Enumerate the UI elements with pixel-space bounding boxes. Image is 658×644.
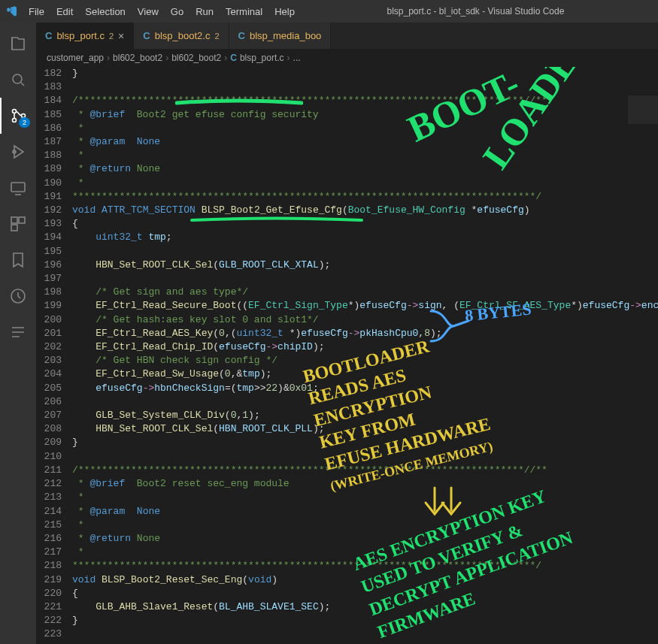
c-file-icon: C xyxy=(230,53,237,63)
activity-bar: 2 xyxy=(0,23,36,644)
search-icon[interactable] xyxy=(0,62,36,98)
close-icon[interactable]: × xyxy=(118,30,124,42)
c-file-icon: C xyxy=(143,30,150,41)
menu-terminal[interactable]: Terminal xyxy=(221,5,267,19)
tab-label: blsp_boot2.c xyxy=(155,30,211,41)
tab-label: blsp_media_boo xyxy=(250,30,321,41)
remote-icon[interactable] xyxy=(0,170,36,206)
code-content[interactable]: } /*************************************… xyxy=(72,67,658,644)
menu-view[interactable]: View xyxy=(133,5,163,19)
c-file-icon: C xyxy=(45,30,52,41)
scm-icon[interactable]: 2 xyxy=(0,98,36,134)
menu-run[interactable]: Run xyxy=(191,5,218,19)
bookmarks-icon[interactable] xyxy=(0,242,36,278)
extensions-icon[interactable] xyxy=(0,206,36,242)
svg-point-0 xyxy=(13,74,22,83)
window-title: blsp_port.c - bl_iot_sdk - Visual Studio… xyxy=(299,6,652,17)
chevron-right-icon: › xyxy=(224,53,227,63)
svg-rect-5 xyxy=(11,183,25,192)
crumb[interactable]: bl602_boot2 xyxy=(171,53,221,63)
debug-icon[interactable] xyxy=(0,134,36,170)
svg-point-2 xyxy=(13,119,17,122)
timeline-icon[interactable] xyxy=(0,278,36,314)
title-bar: File Edit Selection View Go Run Terminal… xyxy=(0,0,658,23)
outline-icon[interactable] xyxy=(0,314,36,350)
crumb-tail: ... xyxy=(293,53,301,63)
menu-edit[interactable]: Edit xyxy=(52,5,77,19)
svg-rect-6 xyxy=(11,217,17,223)
editor-group: C blsp_port.c 2 × C blsp_boot2.c 2 C bls… xyxy=(36,23,658,644)
code-editor[interactable]: 182 183 184 185 186 187 188 189 190 191 … xyxy=(36,67,658,644)
line-gutter: 182 183 184 185 186 187 188 189 190 191 … xyxy=(36,67,72,644)
menu-go[interactable]: Go xyxy=(166,5,188,19)
tab-label: blsp_port.c xyxy=(56,30,105,41)
svg-rect-8 xyxy=(11,225,17,231)
crumb[interactable]: customer_app xyxy=(47,53,104,63)
vscode-logo-icon xyxy=(6,5,18,17)
menu-selection[interactable]: Selection xyxy=(80,5,129,19)
svg-point-1 xyxy=(13,110,17,113)
breadcrumbs[interactable]: customer_app› bl602_boot2› bl602_boot2› … xyxy=(36,49,658,67)
chevron-right-icon: › xyxy=(107,53,110,63)
tab-blsp-port[interactable]: C blsp_port.c 2 × xyxy=(36,23,134,49)
explorer-icon[interactable] xyxy=(0,26,36,62)
crumb-file[interactable]: blsp_port.c xyxy=(240,53,284,63)
menu-help[interactable]: Help xyxy=(270,5,299,19)
tab-blsp-media-boot[interactable]: C blsp_media_boo xyxy=(229,23,332,49)
scm-badge: 2 xyxy=(19,117,30,128)
minimap-scroll[interactable] xyxy=(628,95,658,124)
chevron-right-icon: › xyxy=(165,53,168,63)
menu-file[interactable]: File xyxy=(24,5,49,19)
svg-rect-7 xyxy=(19,217,25,223)
menu-bar: File Edit Selection View Go Run Terminal… xyxy=(24,5,299,19)
c-file-icon: C xyxy=(238,30,245,41)
tab-modified-count: 2 xyxy=(214,32,219,41)
crumb[interactable]: bl602_boot2 xyxy=(113,53,162,63)
tab-modified-count: 2 xyxy=(109,32,114,41)
tab-blsp-boot2[interactable]: C blsp_boot2.c 2 xyxy=(134,23,229,49)
chevron-right-icon: › xyxy=(287,53,290,63)
editor-tabs: C blsp_port.c 2 × C blsp_boot2.c 2 C bls… xyxy=(36,23,658,49)
